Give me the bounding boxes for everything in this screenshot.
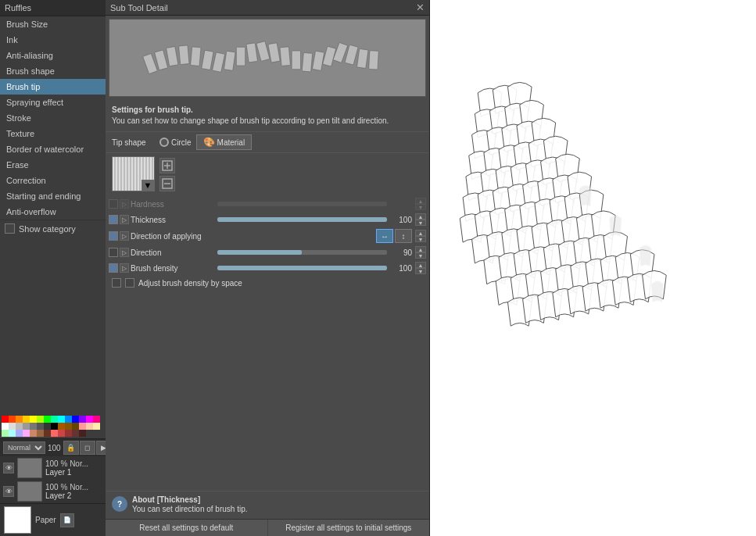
color-swatch[interactable]: [79, 416, 86, 423]
circle-option[interactable]: Circle: [159, 138, 192, 147]
material-thumb-arrow[interactable]: ▼: [142, 180, 154, 191]
color-swatch[interactable]: [9, 430, 16, 437]
canvas-area[interactable]: [430, 0, 756, 536]
color-swatch[interactable]: [65, 423, 72, 430]
color-swatch[interactable]: [72, 416, 79, 423]
color-swatch[interactable]: [37, 423, 44, 430]
color-swatch[interactable]: [2, 423, 9, 430]
color-swatch[interactable]: [9, 423, 16, 430]
sidebar-item-stroke[interactable]: Stroke: [0, 110, 106, 126]
dir-apply-expand[interactable]: ▷: [120, 231, 129, 241]
sidebar-item-spraying-effect[interactable]: Spraying effect: [0, 95, 106, 110]
blend-mode-select[interactable]: Normal: [3, 441, 45, 454]
sidebar-item-ink[interactable]: Ink: [0, 32, 106, 48]
dir-val-checkbox[interactable]: [109, 248, 118, 257]
sidebar-item-starting-ending[interactable]: Starting and ending: [0, 188, 106, 204]
color-swatch[interactable]: [44, 423, 51, 430]
register-button[interactable]: Register all settings to initial setting…: [268, 520, 430, 536]
sidebar-item-texture[interactable]: Texture: [0, 126, 106, 141]
color-swatch[interactable]: [51, 430, 58, 437]
color-swatch[interactable]: [16, 423, 23, 430]
reset-button[interactable]: Reset all settings to default: [106, 520, 268, 536]
layer-row[interactable]: 👁 100 % Nor... Layer 2: [0, 480, 106, 503]
dir-val-up[interactable]: ▲: [415, 246, 426, 252]
show-category-checkbox[interactable]: [5, 223, 15, 234]
sidebar-item-brush-size[interactable]: Brush Size: [0, 16, 106, 32]
color-swatch[interactable]: [16, 416, 23, 423]
layer-visibility-icon[interactable]: 👁: [3, 463, 14, 473]
color-swatch[interactable]: [72, 430, 79, 437]
sidebar-item-correction[interactable]: Correction: [0, 173, 106, 188]
color-swatch[interactable]: [58, 416, 65, 423]
brush-density-checkbox[interactable]: [109, 263, 118, 273]
color-swatch[interactable]: [79, 423, 86, 430]
color-swatch[interactable]: [51, 416, 58, 423]
thickness-down[interactable]: ▼: [415, 220, 426, 226]
color-swatch[interactable]: [9, 416, 16, 423]
layer-row[interactable]: 👁 100 % Nor... Layer 1: [0, 456, 106, 480]
dir-val-down[interactable]: ▼: [415, 252, 426, 259]
sidebar-item-brush-tip[interactable]: Brush tip: [0, 79, 106, 95]
sidebar-item-anti-overflow[interactable]: Anti-overflow: [0, 204, 106, 220]
hardness-track[interactable]: [217, 202, 387, 206]
thickness-checkbox[interactable]: [109, 215, 118, 224]
color-swatch[interactable]: [93, 423, 100, 430]
sidebar-item-brush-shape[interactable]: Brush shape: [0, 63, 106, 79]
color-swatch[interactable]: [58, 430, 65, 437]
dir-val-track[interactable]: [217, 250, 387, 255]
dir-apply-down[interactable]: ▼: [415, 236, 426, 242]
material-button[interactable]: 🎨 Material: [196, 134, 253, 150]
sidebar-item-erase[interactable]: Erase: [0, 157, 106, 173]
color-swatch[interactable]: [23, 416, 30, 423]
close-button[interactable]: ✕: [416, 2, 425, 13]
dir-apply-up[interactable]: ▲: [415, 230, 426, 236]
color-swatch[interactable]: [37, 416, 44, 423]
color-swatch[interactable]: [65, 416, 72, 423]
circle-radio[interactable]: [159, 138, 169, 147]
color-swatch[interactable]: [37, 430, 44, 437]
color-swatch[interactable]: [2, 430, 9, 437]
hardness-checkbox[interactable]: [109, 199, 118, 209]
hardness-expand[interactable]: ▷: [120, 199, 129, 209]
layer-visibility-icon[interactable]: 👁: [3, 486, 14, 497]
color-swatch[interactable]: [44, 430, 51, 437]
color-swatch[interactable]: [51, 423, 58, 430]
layer-tool-btn-2[interactable]: ◻: [80, 441, 95, 455]
hardness-up[interactable]: ▲: [415, 198, 426, 204]
dir-icon-vertical[interactable]: ↕: [395, 229, 412, 243]
color-swatch[interactable]: [16, 430, 23, 437]
dir-apply-checkbox[interactable]: [109, 231, 118, 241]
material-icon-btn-2[interactable]: [159, 176, 175, 191]
color-swatch[interactable]: [58, 423, 65, 430]
color-swatch[interactable]: [30, 430, 37, 437]
dir-icon-horizontal[interactable]: ↔: [376, 229, 393, 243]
color-swatch[interactable]: [2, 416, 9, 423]
brush-density-down[interactable]: ▼: [415, 268, 426, 274]
color-swatch[interactable]: [23, 423, 30, 430]
brush-density-expand[interactable]: ▷: [120, 263, 129, 273]
hardness-checkbox-2[interactable]: [112, 278, 121, 288]
color-swatch[interactable]: [86, 416, 93, 423]
color-swatch[interactable]: [93, 416, 100, 423]
color-swatch[interactable]: [23, 430, 30, 437]
brush-density-up[interactable]: ▲: [415, 262, 426, 268]
material-icon-btn-1[interactable]: [159, 158, 175, 173]
layer-tool-btn-1[interactable]: 🔒: [63, 441, 79, 455]
color-swatch[interactable]: [44, 416, 51, 423]
color-swatch[interactable]: [79, 430, 86, 437]
color-swatch[interactable]: [30, 423, 37, 430]
paper-icon-btn[interactable]: 📄: [60, 513, 74, 527]
hardness-down[interactable]: ▼: [415, 204, 426, 210]
color-swatch[interactable]: [72, 423, 79, 430]
color-swatch[interactable]: [30, 416, 37, 423]
color-swatch[interactable]: [86, 423, 93, 430]
color-swatch[interactable]: [65, 430, 72, 437]
sidebar-item-anti-aliasing[interactable]: Anti-aliasing: [0, 48, 106, 63]
sidebar-item-border-watercolor[interactable]: Border of watercolor: [0, 141, 106, 157]
thickness-up[interactable]: ▲: [415, 213, 426, 220]
adjust-cb[interactable]: [125, 278, 134, 288]
brush-density-track[interactable]: [217, 266, 387, 270]
thickness-track[interactable]: [217, 217, 387, 222]
thickness-expand[interactable]: ▷: [120, 215, 129, 224]
dir-val-expand[interactable]: ▷: [120, 248, 129, 257]
